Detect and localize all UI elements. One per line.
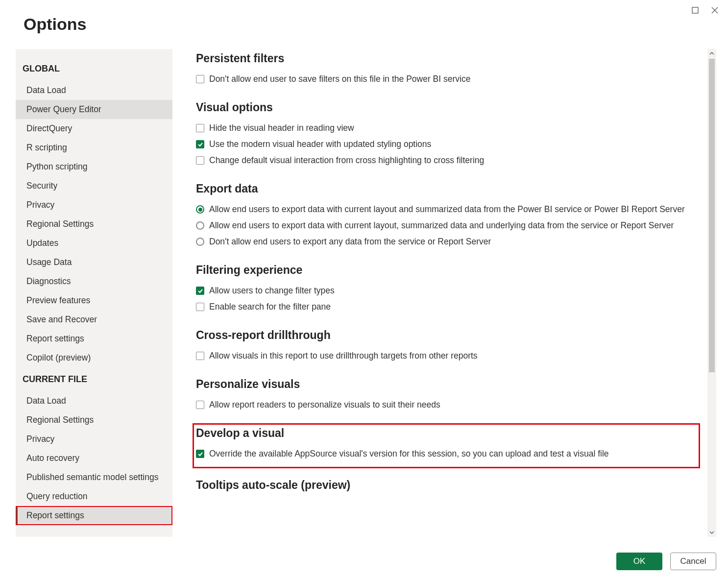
dialog-title: Options <box>24 15 728 34</box>
scroll-down-icon[interactable] <box>707 528 716 537</box>
section: Persistent filtersDon't allow end user t… <box>196 52 697 87</box>
option-row: Change default visual interaction from c… <box>196 152 697 169</box>
option-row: Don't allow end users to export any data… <box>196 234 697 250</box>
option-row: Don't allow end user to save filters on … <box>196 71 697 87</box>
sidebar-item[interactable]: Copilot (preview) <box>16 348 172 367</box>
svg-rect-0 <box>692 7 698 13</box>
checkbox[interactable] <box>196 75 204 83</box>
radio[interactable] <box>196 205 204 214</box>
dialog-footer: OK Cancel <box>616 553 716 570</box>
sidebar-item[interactable]: Published semantic model settings <box>16 468 172 487</box>
sidebar-item[interactable]: Regional Settings <box>16 215 172 234</box>
sidebar-group-header: CURRENT FILE <box>16 367 172 391</box>
sidebar-item[interactable]: Auto recovery <box>16 449 172 468</box>
option-row: Allow end users to export data with curr… <box>196 217 697 234</box>
option-label: Don't allow end user to save filters on … <box>209 74 470 84</box>
option-label: Allow users to change filter types <box>209 286 335 296</box>
sidebar-item[interactable]: DirectQuery <box>16 119 172 138</box>
option-label: Enable search for the filter pane <box>209 302 331 312</box>
radio[interactable] <box>196 221 204 230</box>
maximize-icon[interactable] <box>691 6 700 15</box>
section-title: Persistent filters <box>196 52 697 65</box>
checkbox[interactable] <box>196 303 204 311</box>
sidebar-item[interactable]: Updates <box>16 234 172 253</box>
section: Tooltips auto-scale (preview) <box>196 479 697 492</box>
sidebar-item[interactable]: Query reduction <box>16 487 172 506</box>
option-label: Don't allow end users to export any data… <box>209 237 491 247</box>
scroll-up-icon[interactable] <box>707 49 716 58</box>
option-row: Enable search for the filter pane <box>196 299 697 315</box>
checkbox[interactable] <box>196 352 204 360</box>
section-title: Personalize visuals <box>196 378 697 391</box>
sidebar-item[interactable]: Report settings <box>16 329 172 348</box>
checkbox[interactable] <box>196 140 204 148</box>
dialog-header: Options <box>0 0 728 34</box>
sidebar-item[interactable]: Privacy <box>16 195 172 215</box>
content-area: GLOBALData LoadPower Query EditorDirectQ… <box>16 49 716 537</box>
sidebar-item[interactable]: Data Load <box>16 81 172 100</box>
section-title: Cross-report drillthrough <box>196 329 697 342</box>
sidebar-item[interactable]: Security <box>16 176 172 195</box>
section: Visual optionsHide the visual header in … <box>196 101 697 169</box>
main-panel: Persistent filtersDon't allow end user t… <box>172 49 716 537</box>
checkbox[interactable] <box>196 124 204 132</box>
close-icon[interactable] <box>710 6 719 15</box>
sidebar-item[interactable]: Python scripting <box>16 157 172 176</box>
sidebar-item[interactable]: Preview features <box>16 291 172 310</box>
cancel-button[interactable]: Cancel <box>670 553 716 570</box>
scrollbar[interactable] <box>707 49 716 537</box>
option-label: Override the available AppSource visual'… <box>209 449 609 459</box>
titlebar-controls <box>691 6 719 15</box>
section: Export dataAllow end users to export dat… <box>196 182 697 250</box>
option-label: Allow end users to export data with curr… <box>209 204 685 215</box>
sidebar-item[interactable]: Regional Settings <box>16 410 172 430</box>
ok-button[interactable]: OK <box>616 553 662 570</box>
sidebar-item[interactable]: Data Load <box>16 391 172 410</box>
section-title: Export data <box>196 182 697 195</box>
sidebar-item[interactable]: Save and Recover <box>16 310 172 329</box>
option-row: Allow report readers to personalize visu… <box>196 397 697 413</box>
option-row: Allow end users to export data with curr… <box>196 201 697 217</box>
option-label: Use the modern visual header with update… <box>209 139 431 149</box>
option-label: Allow visuals in this report to use dril… <box>209 351 478 361</box>
sidebar-item[interactable]: Usage Data <box>16 253 172 272</box>
option-label: Hide the visual header in reading view <box>209 123 354 133</box>
checkbox[interactable] <box>196 450 204 458</box>
sidebar-item[interactable]: Privacy <box>16 430 172 449</box>
option-row: Hide the visual header in reading view <box>196 120 697 136</box>
option-row: Override the available AppSource visual'… <box>196 446 693 462</box>
sidebar-item[interactable]: Diagnostics <box>16 272 172 291</box>
radio[interactable] <box>196 238 204 246</box>
section-title: Tooltips auto-scale (preview) <box>196 479 697 492</box>
sidebar-item[interactable]: Report settings <box>16 506 172 525</box>
section-title: Filtering experience <box>196 264 697 277</box>
option-label: Allow report readers to personalize visu… <box>209 400 440 410</box>
section: Develop a visualOverride the available A… <box>196 427 697 465</box>
sidebar-group-header: GLOBAL <box>16 57 172 81</box>
options-sidebar: GLOBALData LoadPower Query EditorDirectQ… <box>16 49 172 537</box>
section: Filtering experienceAllow users to chang… <box>196 264 697 315</box>
section-title: Visual options <box>196 101 697 114</box>
section-title: Develop a visual <box>196 427 693 440</box>
option-label: Allow end users to export data with curr… <box>209 220 674 231</box>
sidebar-item[interactable]: Power Query Editor <box>16 100 172 119</box>
scrollbar-thumb[interactable] <box>709 59 715 372</box>
section: Personalize visualsAllow report readers … <box>196 378 697 413</box>
sidebar-item[interactable]: R scripting <box>16 138 172 157</box>
checkbox[interactable] <box>196 287 204 295</box>
option-row: Use the modern visual header with update… <box>196 136 697 152</box>
checkbox[interactable] <box>196 156 204 165</box>
option-label: Change default visual interaction from c… <box>209 155 484 166</box>
option-row: Allow visuals in this report to use dril… <box>196 348 697 364</box>
option-row: Allow users to change filter types <box>196 283 697 299</box>
section: Cross-report drillthroughAllow visuals i… <box>196 329 697 364</box>
checkbox[interactable] <box>196 401 204 409</box>
